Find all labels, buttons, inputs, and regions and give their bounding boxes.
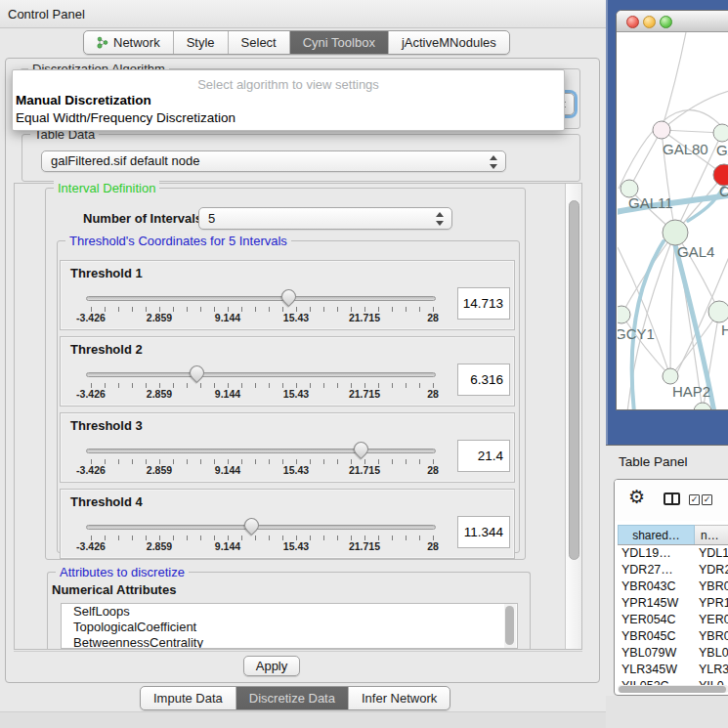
screen: Control Panel × Network Style Select Cyn… (0, 0, 728, 728)
network-node-gal4[interactable] (663, 220, 688, 245)
attribute-list-item[interactable]: SelfLoops (62, 604, 517, 620)
network-canvas[interactable]: GAL80GACGAL11GAL4GCY1HHAP2 (618, 32, 728, 410)
network-node-bottom[interactable] (694, 403, 711, 410)
table-hscrollbar-thumb[interactable] (619, 686, 726, 693)
network-node-h[interactable] (708, 301, 728, 322)
table-toolbar: ⚙ ✓ ✓ (615, 480, 728, 521)
tab-network[interactable]: Network (84, 31, 174, 54)
network-graph[interactable]: GAL80GACGAL11GAL4GCY1HHAP2 (618, 32, 728, 410)
cell-shared-name: YER054C (618, 612, 695, 628)
settings-scrollbar[interactable] (565, 184, 581, 649)
table-settings-gear-icon[interactable]: ⚙ (628, 488, 645, 506)
tick-label: 15.43 (283, 464, 309, 476)
stepper-icon (490, 155, 498, 169)
slider-thumb[interactable] (187, 362, 207, 382)
deselect-all-checkbox-icon[interactable]: ✓ (702, 494, 712, 505)
attribute-list-item[interactable]: TopologicalCoefficient (62, 620, 517, 635)
slider-track[interactable] (86, 449, 436, 453)
select-all-checkbox-icon[interactable]: ✓ (689, 494, 700, 505)
threshold-slider[interactable]: -3.4262.8599.14415.4321.71528 (86, 413, 436, 484)
num-intervals-combo[interactable]: 5 (198, 207, 452, 230)
table-data-combo[interactable]: galFiltered.sif default node (41, 150, 506, 172)
threshold-slider[interactable]: -3.4262.8599.14415.4321.71528 (86, 261, 436, 331)
table-panel-titlebar: Table Panel (606, 445, 728, 479)
slider-track[interactable] (86, 525, 436, 530)
tick-label: 21.715 (349, 312, 380, 323)
popup-item-manual-discretization[interactable]: Manual Discretization (13, 92, 564, 109)
table-horizontal-scrollbar[interactable] (618, 685, 728, 693)
threshold-slider[interactable]: -3.4262.8599.14415.4321.71528 (86, 490, 436, 560)
network-window-titlebar[interactable] (617, 11, 728, 32)
threshold-value-field[interactable]: 14.713 (457, 287, 510, 320)
tick-label: 9.144 (215, 312, 240, 323)
threshold-panel: Threshold 4 -3.4262.8599.14415.4321.7152… (60, 489, 515, 559)
slider-thumb[interactable] (241, 514, 262, 535)
threshold-value-field[interactable]: 6.316 (457, 364, 510, 396)
threshold-value-field[interactable]: 21.4 (457, 440, 510, 472)
tick-label: -3.426 (76, 312, 106, 323)
network-icon (97, 36, 108, 49)
settings-scrollbar-thumb[interactable] (569, 200, 579, 560)
tab-infer-network[interactable]: Infer Network (349, 687, 450, 709)
column-header-shared-name[interactable]: shared… (618, 525, 695, 544)
slider-track[interactable] (86, 372, 436, 377)
table-row[interactable]: YPR145WYPR1 (618, 595, 728, 612)
numerical-attributes-list[interactable]: SelfLoopsTopologicalCoefficientBetweenne… (61, 603, 518, 649)
algorithm-popup: Select algorithm to view settings Manual… (12, 69, 565, 131)
threshold-slider[interactable]: -3.4262.8599.14415.4321.71528 (86, 337, 436, 407)
split-panel-icon[interactable] (664, 492, 680, 505)
cell-name: YER0 (695, 612, 728, 628)
node-label-ga: GA (716, 142, 728, 158)
tab-style[interactable]: Style (174, 31, 229, 54)
algorithm-popup-hint: Select algorithm to view settings (13, 77, 564, 92)
window-close-button[interactable] (626, 16, 639, 28)
network-window[interactable]: GAL80GACGAL11GAL4GCY1HHAP2 (616, 10, 728, 410)
tab-cyni-toolbox[interactable]: Cyni Toolbox (290, 31, 389, 54)
tick-label: 21.715 (349, 540, 380, 552)
table-row[interactable]: YDR27…YDR2 (618, 562, 728, 578)
top-tab-bar: Network Style Select Cyni Toolbox jActiv… (83, 30, 510, 55)
table-row[interactable]: YDL19…YDL1 (618, 545, 728, 562)
table-row[interactable]: YBR045CYBR0 (618, 628, 728, 645)
table-row[interactable]: YER054CYER0 (618, 612, 728, 628)
window-zoom-button[interactable] (660, 16, 672, 28)
table-row[interactable]: YLR345WYLR3 (618, 662, 728, 678)
cell-name: YBR0 (695, 578, 728, 595)
stepper-icon (436, 212, 445, 226)
column-header-name[interactable]: n… (695, 525, 728, 544)
network-node-gal80[interactable] (653, 121, 670, 139)
table-row[interactable]: YBR043CYBR0 (618, 578, 728, 595)
window-minimize-button[interactable] (643, 16, 656, 28)
popup-item-equal-width-frequency[interactable]: Equal Width/Frequency Discretization (13, 109, 564, 127)
tab-impute-data[interactable]: Impute Data (141, 687, 236, 709)
node-label-gal4: GAL4 (677, 243, 714, 260)
bottom-tab-bar: Impute Data Discretize Data Infer Networ… (140, 686, 450, 710)
tick-label: 21.715 (349, 388, 380, 400)
tab-jactivemnodules[interactable]: jActiveMNodules (389, 31, 509, 54)
node-label-gal11: GAL11 (628, 194, 673, 211)
attributes-scrollbar-thumb[interactable] (505, 606, 514, 645)
slider-thumb[interactable] (278, 285, 298, 306)
threshold-value-field[interactable]: 11.344 (457, 516, 510, 548)
table-row[interactable]: YBL079WYBL0 (618, 645, 728, 662)
slider-thumb[interactable] (351, 438, 371, 458)
tab-select[interactable]: Select (229, 31, 290, 54)
cell-shared-name: YBL079W (618, 645, 695, 662)
attribute-list-item[interactable]: BetweennessCentrality (62, 635, 517, 649)
network-node-hap2[interactable] (663, 368, 678, 384)
attributes-title: Attributes to discretize (56, 565, 189, 579)
threshold-coordinates-title: Threshold's Coordinates for 5 Intervals (65, 234, 291, 248)
apply-button[interactable]: Apply (243, 656, 300, 676)
table-row[interactable]: YIL052CYIL0 (618, 678, 728, 685)
tick-label: -3.426 (76, 388, 106, 400)
tick-label: 15.43 (283, 312, 309, 323)
threshold-panel: Threshold 2 -3.4262.8599.14415.4321.7152… (60, 336, 515, 407)
network-node-gcy1[interactable] (618, 306, 630, 323)
tick-label: 15.43 (283, 540, 309, 552)
control-panel: Control Panel × Network Style Select Cyn… (0, 0, 606, 728)
attributes-scrollbar[interactable] (504, 604, 516, 648)
tab-discretize-data[interactable]: Discretize Data (236, 687, 349, 709)
cell-name: YLR3 (695, 662, 728, 678)
slider-track[interactable] (86, 296, 436, 301)
network-node-ga[interactable] (713, 124, 728, 142)
